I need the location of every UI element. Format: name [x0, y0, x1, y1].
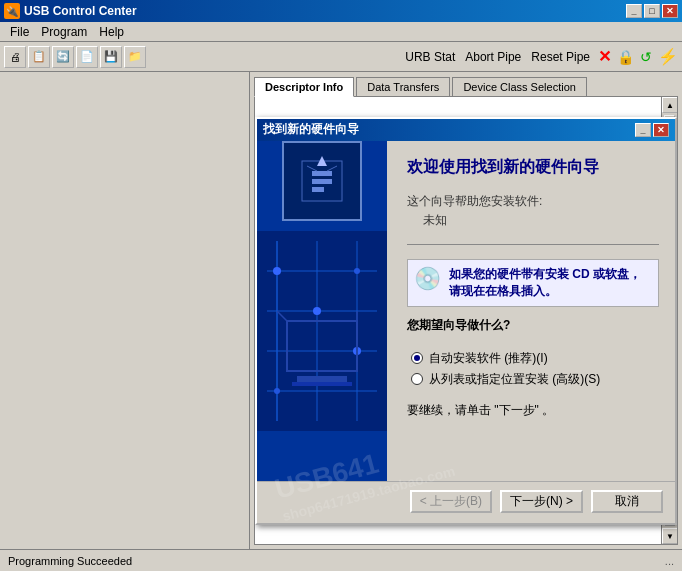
status-right: ... — [665, 555, 674, 567]
dialog-body: 欢迎使用找到新的硬件向导 这个向导帮助您安装软件: 未知 💿 如果您的硬件带有安… — [257, 141, 675, 481]
circuit-svg — [257, 231, 387, 431]
svg-rect-2 — [312, 171, 332, 176]
dialog-footer: < 上一步(B) 下一步(N) > 取消 — [257, 481, 675, 523]
svg-point-19 — [274, 388, 280, 394]
tab-descriptor-info[interactable]: Descriptor Info — [254, 77, 354, 97]
menu-help[interactable]: Help — [93, 23, 130, 41]
dialog-device-name: 未知 — [423, 211, 659, 230]
dialog-cd-section: 💿 如果您的硬件带有安装 CD 或软盘，请现在在格具插入。 — [407, 259, 659, 307]
dialog-close-button[interactable]: ✕ — [653, 123, 669, 137]
dialog-title-text: 找到新的硬件向导 — [263, 121, 359, 138]
dialog-continue-text: 要继续，请单击 "下一步" 。 — [407, 402, 659, 419]
dialog-heading: 欢迎使用找到新的硬件向导 — [407, 157, 659, 178]
lightning-icon[interactable]: ⚡ — [658, 47, 678, 66]
app-icon: 🔌 — [4, 3, 20, 19]
cd-icon: 💿 — [414, 266, 441, 292]
toolbar-btn-1[interactable]: 🖨 — [4, 46, 26, 68]
radio-auto-icon — [411, 352, 423, 364]
toolbar-btn-6[interactable]: 📁 — [124, 46, 146, 68]
cancel-button[interactable]: 取消 — [591, 490, 663, 513]
radio-manual-install[interactable]: 从列表或指定位置安装 (高级)(S) — [411, 371, 659, 388]
reset-pipe-label[interactable]: Reset Pipe — [529, 48, 592, 66]
wizard-icon — [292, 151, 352, 211]
svg-rect-3 — [312, 179, 332, 184]
maximize-button[interactable]: □ — [644, 4, 660, 18]
close-icon[interactable]: ✕ — [598, 47, 611, 66]
dialog-divider-1 — [407, 244, 659, 245]
toolbar-left: 🖨 📋 🔄 📄 💾 📁 — [4, 46, 403, 68]
title-bar-buttons: _ □ ✕ — [626, 4, 678, 18]
svg-point-20 — [354, 268, 360, 274]
dialog-cd-notice: 如果您的硬件带有安装 CD 或软盘，请现在在格具插入。 — [449, 266, 652, 300]
minimize-button[interactable]: _ — [626, 4, 642, 18]
dialog-icon-area — [282, 141, 362, 221]
radio-manual-icon — [411, 373, 423, 385]
radio-auto-install[interactable]: 自动安装软件 (推荐)(I) — [411, 350, 659, 367]
tab-bar: Descriptor Info Data Transfers Device Cl… — [250, 72, 682, 96]
svg-rect-23 — [292, 382, 352, 386]
radio-group: 自动安装软件 (推荐)(I) 从列表或指定位置安装 (高级)(S) — [411, 350, 659, 388]
dialog-title-bar-buttons: _ ✕ — [635, 123, 669, 137]
dialog-right-content: 欢迎使用找到新的硬件向导 这个向导帮助您安装软件: 未知 💿 如果您的硬件带有安… — [387, 141, 675, 481]
svg-point-17 — [313, 307, 321, 315]
close-button[interactable]: ✕ — [662, 4, 678, 18]
status-bar: Programming Succeeded ... — [0, 549, 682, 571]
status-text: Programming Succeeded — [8, 555, 665, 567]
tab-data-transfers[interactable]: Data Transfers — [356, 77, 450, 97]
dialog-overlay: 找到新的硬件向导 _ ✕ — [255, 97, 677, 544]
dialog-left-panel — [257, 141, 387, 481]
dialog-minimize-button[interactable]: _ — [635, 123, 651, 137]
toolbar-right: URB Stat Abort Pipe Reset Pipe ✕ 🔒 ↺ ⚡ — [403, 47, 678, 66]
dialog-title-bar: 找到新的硬件向导 _ ✕ — [257, 119, 675, 141]
next-button[interactable]: 下一步(N) > — [500, 490, 583, 513]
toolbar-btn-5[interactable]: 💾 — [100, 46, 122, 68]
menu-program[interactable]: Program — [35, 23, 93, 41]
dialog-intro-text: 这个向导帮助您安装软件: — [407, 192, 659, 211]
toolbar: 🖨 📋 🔄 📄 💾 📁 URB Stat Abort Pipe Reset Pi… — [0, 42, 682, 72]
title-bar: 🔌 USB Control Center _ □ ✕ — [0, 0, 682, 22]
lock-icon[interactable]: 🔒 — [617, 49, 634, 65]
left-panel — [0, 72, 250, 549]
dialog-left-decoration — [257, 231, 387, 481]
back-button[interactable]: < 上一步(B) — [410, 490, 492, 513]
toolbar-btn-2[interactable]: 📋 — [28, 46, 50, 68]
menu-bar: File Program Help — [0, 22, 682, 42]
toolbar-btn-3[interactable]: 🔄 — [52, 46, 74, 68]
radio-manual-label: 从列表或指定位置安装 (高级)(S) — [429, 371, 600, 388]
tab-content: ▲ ▼ 找到新的硬件向导 _ ✕ — [254, 96, 678, 545]
urb-stat-label[interactable]: URB Stat — [403, 48, 457, 66]
right-panel: Descriptor Info Data Transfers Device Cl… — [250, 72, 682, 549]
dialog-question: 您期望向导做什么? — [407, 317, 659, 334]
tab-device-class-selection[interactable]: Device Class Selection — [452, 77, 587, 97]
svg-point-16 — [273, 267, 281, 275]
radio-auto-label: 自动安装软件 (推荐)(I) — [429, 350, 548, 367]
refresh-icon[interactable]: ↺ — [640, 49, 652, 65]
hardware-wizard-dialog: 找到新的硬件向导 _ ✕ — [255, 117, 677, 525]
svg-rect-4 — [312, 187, 324, 192]
window-title: USB Control Center — [24, 4, 626, 18]
dialog-intro-section: 这个向导帮助您安装软件: 未知 — [407, 192, 659, 230]
abort-pipe-label[interactable]: Abort Pipe — [463, 48, 523, 66]
menu-file[interactable]: File — [4, 23, 35, 41]
main-area: Descriptor Info Data Transfers Device Cl… — [0, 72, 682, 549]
svg-rect-22 — [297, 376, 347, 382]
toolbar-btn-4[interactable]: 📄 — [76, 46, 98, 68]
